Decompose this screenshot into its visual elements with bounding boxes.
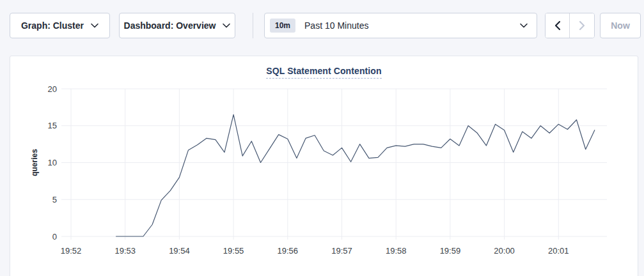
graph-dropdown[interactable]: Graph: Cluster <box>10 13 110 38</box>
dashboard-dropdown[interactable]: Dashboard: Overview <box>119 13 235 38</box>
y-tick-label: 5 <box>52 195 57 204</box>
time-range-dropdown[interactable]: 10m Past 10 Minutes <box>264 13 537 38</box>
dashboard-dropdown-label: Dashboard: Overview <box>124 20 216 31</box>
x-tick-label: 20:01 <box>548 246 569 256</box>
series-queries <box>116 114 595 236</box>
x-tick-label: 19:52 <box>61 246 82 256</box>
x-tick-label: 19:54 <box>169 246 190 256</box>
x-tick-label: 19:56 <box>278 246 299 256</box>
x-tick-label: 19:55 <box>223 246 244 256</box>
now-button[interactable]: Now <box>600 13 641 38</box>
x-tick-label: 19:53 <box>114 246 136 256</box>
x-tick-label: 19:59 <box>440 246 461 256</box>
time-next-button[interactable] <box>570 13 594 38</box>
line-chart[interactable]: 0510152019:5219:5319:5419:5519:5619:5719… <box>10 75 639 267</box>
chevron-down-icon <box>223 23 230 28</box>
y-tick-label: 0 <box>52 232 57 241</box>
chevron-right-icon <box>579 20 585 31</box>
chevron-down-icon <box>91 23 98 28</box>
graph-dropdown-label: Graph: Cluster <box>21 20 84 31</box>
page: { "toolbar": { "graph_dropdown": { "labe… <box>0 0 644 276</box>
chart-card: SQL Statement Contention 0510152019:5219… <box>10 56 638 276</box>
y-tick-label: 15 <box>48 121 57 130</box>
x-tick-label: 19:58 <box>386 246 407 256</box>
y-tick-label: 20 <box>48 84 57 94</box>
y-axis-label: queries <box>30 149 39 176</box>
time-range-badge: 10m <box>270 19 295 33</box>
time-prev-button[interactable] <box>546 13 570 38</box>
x-tick-label: 20:00 <box>494 246 515 256</box>
time-range-label: Past 10 Minutes <box>304 20 520 31</box>
y-tick-label: 10 <box>48 158 57 167</box>
x-tick-label: 19:57 <box>331 246 352 256</box>
chevron-down-icon <box>520 23 528 28</box>
time-step-buttons <box>545 13 595 38</box>
chevron-left-icon <box>554 20 561 31</box>
toolbar-divider <box>253 13 253 38</box>
toolbar: Graph: Cluster Dashboard: Overview 10m P… <box>0 0 644 42</box>
